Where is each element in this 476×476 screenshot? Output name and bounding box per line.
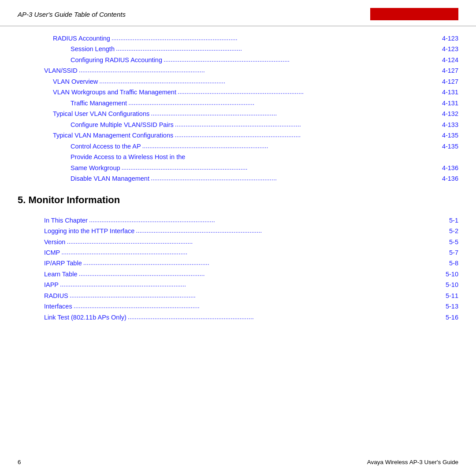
- toc-page: 4-131: [442, 98, 458, 108]
- book-title: Avaya Wireless AP-3 User's Guide: [367, 459, 458, 465]
- toc-label: Version: [44, 237, 65, 247]
- page-number: 6: [18, 459, 21, 465]
- toc-label: IP/ARP Table: [44, 258, 82, 268]
- toc-entry[interactable]: Provide Access to a Wireless Host in the: [18, 152, 458, 162]
- toc-page: 4-131: [442, 87, 458, 97]
- toc-page: 4-132: [442, 109, 458, 119]
- toc-label: IAPP: [44, 280, 59, 290]
- toc-dots: ........................................…: [89, 215, 448, 225]
- toc-dots: ........................................…: [151, 108, 441, 118]
- toc-label: Typical User VLAN Configurations: [53, 109, 149, 119]
- toc-label: ICMP: [44, 248, 60, 257]
- header-red-bar: [370, 8, 458, 20]
- page: AP-3 User's Guide Table of Contents RADI…: [0, 0, 476, 476]
- toc-entry[interactable]: In This Chapter ........................…: [18, 216, 458, 225]
- toc-page: 4-135: [442, 141, 458, 151]
- toc-dots: ........................................…: [178, 87, 441, 97]
- toc-dots: ........................................…: [79, 65, 441, 75]
- toc-entry[interactable]: IP/ARP Table ...........................…: [18, 258, 458, 268]
- toc-dots: ........................................…: [116, 44, 441, 53]
- toc-label: Interfaces: [44, 301, 72, 311]
- toc-dots: ........................................…: [79, 269, 444, 279]
- toc-entry[interactable]: Typical User VLAN Configurations .......…: [18, 109, 458, 119]
- toc-section5: In This Chapter ........................…: [0, 212, 476, 323]
- page-header: AP-3 User's Guide Table of Contents: [0, 0, 476, 26]
- toc-dots: ........................................…: [151, 173, 441, 183]
- toc-page: 4-123: [442, 33, 458, 43]
- header-title: AP-3 User's Guide Table of Contents: [18, 11, 126, 18]
- toc-page: 4-135: [442, 130, 458, 140]
- toc-entry[interactable]: Control Access to the AP ...............…: [18, 141, 458, 151]
- toc-label: Learn Table: [44, 269, 78, 279]
- toc-entry[interactable]: IAPP ...................................…: [18, 280, 458, 290]
- toc-entry[interactable]: Version ................................…: [18, 237, 458, 247]
- toc-page: 4-133: [442, 120, 458, 130]
- toc-entry[interactable]: VLAN Overview ..........................…: [18, 77, 458, 86]
- toc-page: 5-5: [449, 237, 458, 247]
- toc-dots: ........................................…: [99, 76, 441, 86]
- toc-entry[interactable]: Configuring RADIUS Accounting ..........…: [18, 55, 458, 65]
- toc-label: RADIUS: [44, 291, 68, 301]
- toc-label: Link Test (802.11b APs Only): [44, 312, 126, 322]
- toc-dots: ........................................…: [67, 237, 448, 246]
- toc-label: Control Access to the AP: [71, 141, 141, 151]
- toc-label: VLAN Overview: [53, 77, 98, 86]
- toc-dots: ........................................…: [122, 163, 441, 172]
- toc-page: 4-124: [442, 55, 458, 65]
- toc-entry[interactable]: VLAN Workgroups and Traffic Management .…: [18, 87, 458, 97]
- toc-dots: ........................................…: [128, 98, 441, 108]
- toc-label: Same Workgroup: [71, 163, 120, 173]
- toc-dots: ........................................…: [142, 141, 441, 151]
- toc-page: 5-10: [446, 269, 458, 279]
- toc-page: 5-13: [446, 301, 458, 311]
- toc-entry[interactable]: RADIUS .................................…: [18, 291, 458, 301]
- toc-entry[interactable]: Logging into the HTTP Interface ........…: [18, 226, 458, 236]
- toc-entry[interactable]: ICMP ...................................…: [18, 248, 458, 257]
- toc-entry[interactable]: Link Test (802.11b APs Only) ...........…: [18, 312, 458, 322]
- toc-entry[interactable]: Interfaces .............................…: [18, 301, 458, 311]
- toc-page: 4-136: [442, 174, 458, 183]
- toc-entry[interactable]: Disable VLAN Management ................…: [18, 174, 458, 183]
- toc-page: 5-11: [446, 291, 458, 301]
- toc-entry[interactable]: RADIUS Accounting ......................…: [18, 33, 458, 43]
- toc-dots: ........................................…: [164, 55, 441, 64]
- toc-page: 4-123: [442, 44, 458, 54]
- toc-dots: ........................................…: [83, 258, 448, 268]
- toc-page: 5-1: [449, 216, 458, 225]
- toc-dots: ........................................…: [60, 279, 444, 289]
- toc-dots: ........................................…: [70, 290, 444, 300]
- toc-dots: ........................................…: [136, 226, 448, 235]
- toc-page: 5-10: [446, 280, 458, 290]
- toc-page: 5-2: [449, 226, 458, 236]
- toc-entry[interactable]: Learn Table ............................…: [18, 269, 458, 279]
- toc-entry[interactable]: Typical VLAN Management Configurations .…: [18, 130, 458, 140]
- toc-label: Logging into the HTTP Interface: [44, 226, 134, 236]
- toc-entry[interactable]: Session Length .........................…: [18, 44, 458, 54]
- toc-entry[interactable]: Same Workgroup .........................…: [18, 163, 458, 173]
- toc-dots: ........................................…: [112, 33, 441, 43]
- toc-dots: ........................................…: [128, 312, 444, 322]
- toc-entry[interactable]: Traffic Management .....................…: [18, 98, 458, 108]
- toc-section4: RADIUS Accounting ......................…: [0, 30, 476, 184]
- toc-page: 5-16: [446, 312, 458, 322]
- toc-label: Provide Access to a Wireless Host in the: [71, 152, 185, 162]
- toc-label: VLAN Workgroups and Traffic Management: [53, 87, 176, 97]
- toc-dots: ........................................…: [175, 130, 441, 140]
- toc-label: Configuring RADIUS Accounting: [71, 55, 162, 65]
- toc-label: Session Length: [71, 44, 115, 54]
- toc-entry[interactable]: Configure Multiple VLAN/SSID Pairs .....…: [18, 120, 458, 130]
- toc-entry[interactable]: VLAN/SSID ..............................…: [18, 66, 458, 75]
- toc-dots: ........................................…: [175, 119, 441, 129]
- toc-page: 4-127: [442, 77, 458, 86]
- toc-page: 5-7: [449, 248, 458, 257]
- toc-label: In This Chapter: [44, 216, 88, 225]
- toc-dots: ........................................…: [74, 301, 444, 311]
- toc-page: 4-127: [442, 66, 458, 75]
- toc-label: Configure Multiple VLAN/SSID Pairs: [71, 120, 174, 130]
- toc-label: VLAN/SSID: [44, 66, 78, 75]
- toc-dots: ........................................…: [61, 247, 448, 257]
- toc-label: RADIUS Accounting: [53, 33, 110, 43]
- toc-label: Disable VLAN Management: [71, 174, 149, 183]
- toc-label: Traffic Management: [71, 98, 127, 108]
- toc-label: Typical VLAN Management Configurations: [53, 130, 173, 140]
